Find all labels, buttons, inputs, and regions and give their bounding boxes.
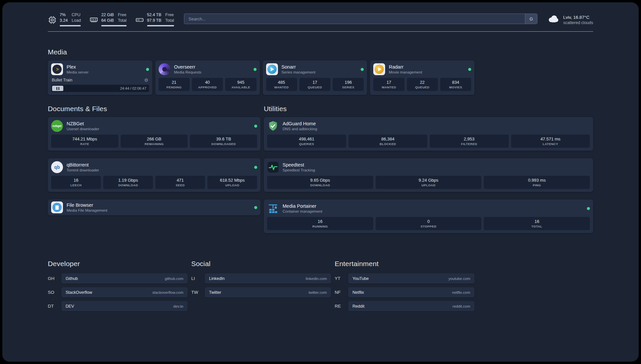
stat-latency: 47.571 ms LATENCY <box>511 135 590 148</box>
bookmark-abbr: DT <box>48 304 57 309</box>
search-input[interactable] <box>184 14 525 24</box>
service-card-qbittorrent[interactable]: qb qBittorrent Torrent downloader 16 LEE… <box>48 158 260 192</box>
section-title-developer: Developer <box>48 260 188 268</box>
bookmark-item: RE Reddit reddit.com <box>335 301 474 311</box>
service-name: AdGuard Home <box>283 121 317 126</box>
service-card-filebrowser[interactable]: File Browser Media File Management <box>48 199 260 215</box>
bookmark-link-linkedin[interactable]: LinkedIn linkedin.com <box>205 273 331 284</box>
status-dot <box>468 68 471 71</box>
service-name: Overseerr <box>174 64 201 70</box>
now-playing-title: Bullet Train <box>52 78 73 82</box>
service-card-plex[interactable]: > Plex Media server Bullet Train ⚙ 24:44… <box>48 60 152 95</box>
bookmark-abbr: GH <box>48 276 57 281</box>
service-card-speedtest[interactable]: Speedtest Speedtest Tracking 9.65 Gbps D… <box>264 158 593 192</box>
search-provider-button[interactable]: G <box>525 14 537 24</box>
stat-blocked: 86,384 BLOCKED <box>349 135 428 148</box>
weather-condition: scattered clouds <box>563 20 593 25</box>
section-title-media: Media <box>48 48 593 56</box>
service-name: NZBGet <box>67 121 99 126</box>
playback-bar[interactable]: 24:44 / 02:06:47 <box>51 85 149 92</box>
search-bar: G <box>184 14 537 24</box>
section-documents: Documents & Files nzbget NZBGet Usenet d… <box>48 105 260 223</box>
bookmark-link-youtube[interactable]: YouTube youtube.com <box>348 273 474 284</box>
weather-widget: Lviv, 16.87°C scattered clouds <box>547 12 593 27</box>
disk-widget: 52.4 TB 97.9 TB Free Total <box>135 12 174 26</box>
service-description: Container management <box>283 209 322 213</box>
bookmark-link-reddit[interactable]: Reddit reddit.com <box>348 301 474 311</box>
service-name: Radarr <box>389 64 422 70</box>
service-description: Media server <box>67 70 88 74</box>
nzbget-icon: nzbget <box>51 120 63 132</box>
memory-icon <box>89 12 98 26</box>
status-dot <box>587 207 590 210</box>
disk-usage-bar <box>147 25 174 26</box>
service-card-portainer[interactable]: Media Portainer Container management 16 … <box>264 199 593 233</box>
status-dot <box>254 125 257 128</box>
portainer-icon <box>267 202 279 214</box>
service-card-sonarr[interactable]: Sonarr Series management 485 WANTED 17 Q… <box>263 60 367 95</box>
service-description: DNS and adblocking <box>283 127 317 131</box>
status-dot <box>361 68 364 71</box>
section-media: Media > Plex Media server Bullet Train ⚙ <box>48 48 593 95</box>
bookmark-abbr: LI <box>191 276 200 281</box>
service-card-adguard[interactable]: AdGuard Home DNS and adblocking 498,461 … <box>264 117 593 151</box>
sonarr-icon <box>266 63 278 75</box>
status-dot <box>254 68 257 71</box>
bookmark-group-social: Social LI LinkedIn linkedin.com TW Twitt… <box>191 260 331 315</box>
cpu-percent: 7% <box>60 12 68 18</box>
plex-icon: > <box>51 63 63 75</box>
bookmark-abbr: YT <box>335 276 344 281</box>
stat-series: 196 SERIES <box>333 78 364 91</box>
speedtest-icon <box>267 161 279 173</box>
bookmark-link-netflix[interactable]: Netflix netflix.com <box>348 287 474 297</box>
service-description: Media File Management <box>67 208 107 212</box>
stat-movies: 834 MOVIES <box>440 78 471 91</box>
bookmark-abbr: SO <box>48 290 57 295</box>
bookmark-abbr: RE <box>335 304 344 309</box>
stat-filtered: 2,953 FILTERED <box>430 135 509 148</box>
bookmark-item: NF Netflix netflix.com <box>335 287 474 297</box>
bookmark-link-twitter[interactable]: Twitter twitter.com <box>205 287 331 297</box>
service-card-nzbget[interactable]: nzbget NZBGet Usenet downloader 744.21 M… <box>48 117 260 151</box>
bookmark-item: SO StackOverflow stackoverflow.com <box>48 287 188 297</box>
stat-ping: 0.993 ms PING <box>484 176 590 189</box>
stat-pending: 21 PENDING <box>159 78 190 91</box>
stat-upload: 618.52 Mbps UPLOAD <box>207 176 257 189</box>
stat-wanted: 17 WANTED <box>373 78 404 91</box>
bookmark-abbr: NF <box>335 290 344 295</box>
stat-upload: 9.24 Gbps UPLOAD <box>376 176 482 189</box>
service-description: Usenet downloader <box>67 127 99 131</box>
status-dot <box>254 166 257 169</box>
cpu-widget: 7% 3.24 CPU Load <box>48 12 81 26</box>
gear-icon[interactable]: ⚙ <box>144 77 148 83</box>
stat-download: 1.19 Gbps DOWNLOAD <box>103 176 153 189</box>
bookmark-item: GH Github github.com <box>48 273 188 284</box>
bookmark-item: DT DEV dev.to <box>48 301 188 311</box>
disk-total: 97.9 TB <box>147 18 162 23</box>
bookmark-link-stackoverflow[interactable]: StackOverflow stackoverflow.com <box>61 287 188 297</box>
stat-approved: 40 APPROVED <box>192 78 223 91</box>
section-title-documents: Documents & Files <box>48 105 260 113</box>
stat-download: 9.65 Gbps DOWNLOAD <box>267 176 373 189</box>
cpu-label: CPU <box>72 12 81 18</box>
disk-free: 52.4 TB <box>147 12 162 18</box>
adguard-icon <box>267 120 279 132</box>
stat-total: 16 TOTAL <box>484 217 590 230</box>
stat-leech: 16 LEECH <box>51 176 101 189</box>
service-card-radarr[interactable]: Radarr Movie management 17 WANTED 22 QUE… <box>370 60 474 95</box>
service-card-overseerr[interactable]: Overseerr Media Requests 21 PENDING 40 A… <box>155 60 260 95</box>
service-name: Media Portainer <box>283 203 322 209</box>
topbar: 7% 3.24 CPU Load <box>48 12 593 27</box>
playback-time: 24:44 / 02:06:47 <box>120 86 146 90</box>
stat-remaining: 266 GB REMAINING <box>121 135 188 148</box>
service-name: Plex <box>67 64 88 70</box>
pause-button[interactable] <box>52 86 63 91</box>
service-description: Movie management <box>389 70 422 74</box>
bookmark-item: LI LinkedIn linkedin.com <box>191 273 331 284</box>
stat-stopped: 0 STOPPED <box>376 217 482 230</box>
cpu-usage-bar <box>60 25 81 26</box>
memory-total-label: Total <box>118 18 126 23</box>
section-title-social: Social <box>191 260 331 268</box>
bookmark-link-github[interactable]: Github github.com <box>61 273 188 284</box>
bookmark-link-dev[interactable]: DEV dev.to <box>61 301 188 311</box>
